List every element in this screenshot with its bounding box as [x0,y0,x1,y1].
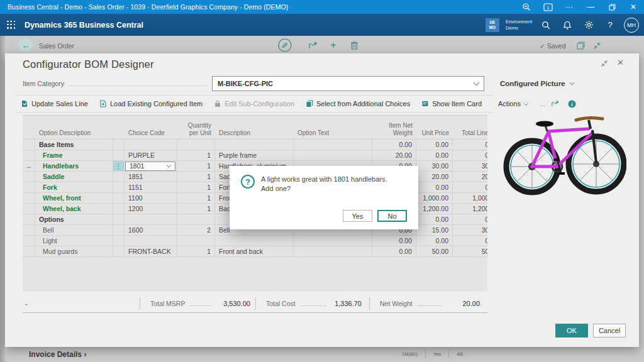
selected-row-arrow: → [23,161,35,171]
restore-icon[interactable] [601,0,623,14]
dialog-title: Configurator BOM Designer [23,58,154,70]
search-icon[interactable] [538,18,553,33]
back-button[interactable]: ← [19,38,33,52]
cancel-button[interactable]: Cancel [593,324,626,337]
net-weight-label: Net Weight [380,300,413,307]
app-header: Dynamics 365 Business Central DE MO Envi… [0,14,644,36]
chevron-down-icon [167,163,172,168]
column-header: Choice Code [125,129,177,140]
ok-button[interactable]: OK [555,324,588,337]
invoice-details-link[interactable]: Invoice Details › [29,350,86,359]
dialog-collapse-icon[interactable] [601,60,608,67]
sales-line-footer-cells: 1M(8D) Yes AB [394,348,470,360]
column-header: Option Text [294,129,372,140]
saved-indicator: ✓ Saved [540,42,566,50]
totals-bar: - Total MSRP 3,530.00 Total Cost 1,336.7… [23,295,487,313]
table-row[interactable]: Mud guards FRONT-BACK1 Front and back 0.… [23,246,487,257]
designer-toolbar: Update Sales Line Load Existing Configur… [15,95,493,112]
help-icon[interactable]: ? [602,18,618,33]
dialog-close-icon[interactable]: ✕ [617,58,624,67]
app-title[interactable]: Dynamics 365 Business Central [25,21,143,30]
footer-cell[interactable]: Yes [425,349,448,358]
column-header: Item Net Weight [372,122,416,139]
chevron-down-icon [569,80,574,85]
total-cost-value: 1,336.70 [335,300,362,307]
choice-code-select[interactable]: 1801 [125,162,175,171]
load-existing-configured-item-button[interactable]: Load Existing Configured Item [94,96,208,112]
zoom-out-icon[interactable] [516,0,537,14]
browser-more-icon[interactable]: ··· [558,0,580,14]
table-row[interactable]: Base Items 0.000.00 0.00 [23,140,487,150]
no-button[interactable]: No [377,210,407,222]
total-cost-label: Total Cost [266,300,296,307]
total-msrp-value: 3,530.00 [223,300,250,307]
table-row[interactable]: Light 0.000.00 0.00 [23,236,487,246]
waffle-menu-icon[interactable] [7,21,16,30]
show-item-card-button[interactable]: Show Item Card [416,96,487,112]
delete-trash-icon[interactable] [347,38,361,52]
chevron-down-icon [474,80,480,86]
row-menu-icon[interactable]: ⋮ [113,161,124,171]
svg-text:1: 1 [547,5,549,9]
edit-pencil-icon[interactable] [278,38,292,52]
confirm-message: A light works great with 1801 handlebars… [261,175,406,194]
share-icon[interactable] [306,38,319,52]
configured-bike-image [501,92,626,198]
question-icon: ? [241,175,255,189]
column-header: Option Description [35,129,113,140]
yes-button[interactable]: Yes [343,210,372,222]
column-header: Description [215,129,294,140]
edit-sub-configuration-button[interactable]: Edit Sub-Configuration [208,96,300,112]
table-row[interactable]: Frame PURPLE1 Purple frame 20.000.00 0.0… [23,150,487,161]
select-from-additional-choices-button[interactable]: Select from Additional Choices [300,96,416,112]
column-header: Quantity per Unit [177,122,215,139]
confirm-dialog: ? A light works great with 1801 handleba… [230,166,418,229]
window-title: Business Central - Demo - Sales Order - … [0,3,288,11]
settings-gear-icon[interactable] [581,18,596,33]
page-edge [0,36,5,362]
dotted-leader [69,85,207,86]
column-header: Total Line Price [453,129,487,140]
open-in-window-icon[interactable] [574,38,587,52]
net-weight-value: 20.00 [462,300,480,307]
total-msrp-label: Total MSRP [150,300,185,307]
avatar[interactable]: MH [624,18,639,33]
item-category-label: Item Category [23,80,64,87]
minimize-icon[interactable]: — [580,0,601,14]
collapse-totals-button[interactable]: - [23,300,30,307]
grid-header-row: Option Description Choice Code Quantity … [23,116,487,140]
item-category-select[interactable]: M-BIKE-CFG-PIC [212,76,484,91]
notifications-bell-icon[interactable] [560,18,575,33]
update-sales-line-button[interactable]: Update Sales Line [15,96,94,112]
environment-label: Environment Demo [506,19,532,31]
collapse-diagonal-icon[interactable] [590,38,604,52]
column-header: Unit Price [416,129,453,140]
tab-search-icon[interactable]: 1 [537,0,558,14]
configured-picture-header[interactable]: Configured Picture [500,80,574,87]
footer-cell[interactable]: 1M(8D) [394,349,425,358]
footer-cell[interactable]: AB [448,349,470,358]
breadcrumb[interactable]: Sales Order [39,42,74,50]
close-window-icon[interactable]: ✕ [623,0,644,14]
new-plus-icon[interactable]: + [326,38,340,52]
environment-badge[interactable]: DE MO [486,18,499,32]
browser-titlebar: Business Central - Demo - Sales Order - … [0,0,644,14]
